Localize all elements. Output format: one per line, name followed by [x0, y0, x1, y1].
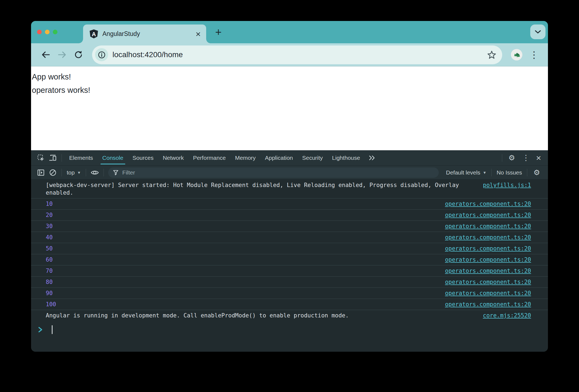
filter-funnel-icon: [112, 169, 119, 176]
console-row: 10operators.component.ts:20: [31, 198, 548, 210]
devtools-tab-application[interactable]: Application: [260, 150, 298, 165]
browser-window: A AngularStudy × +: [31, 21, 548, 352]
devtools-panel: ElementsConsoleSourcesNetworkPerformance…: [31, 150, 548, 352]
log-levels-selector[interactable]: Default levels▼: [444, 169, 489, 176]
more-tabs-button[interactable]: [365, 150, 379, 165]
chevron-down-icon: [534, 30, 541, 34]
forward-button[interactable]: [55, 48, 69, 62]
console-number-value: 40: [46, 234, 438, 241]
profile-avatar[interactable]: [511, 49, 522, 60]
devtools-tab-performance[interactable]: Performance: [188, 150, 230, 165]
console-number-value: 10: [46, 200, 438, 208]
console-number-value: 80: [46, 278, 438, 286]
console-log-message: Angular is running in development mode. …: [46, 312, 476, 319]
console-source-link[interactable]: operators.component.ts:20: [445, 256, 531, 264]
inspect-element-button[interactable]: [35, 150, 47, 165]
tab-search-button[interactable]: [530, 24, 546, 39]
console-source-link[interactable]: operators.component.ts:20: [445, 234, 531, 241]
devtools-settings-button[interactable]: ⚙: [505, 154, 519, 162]
console-sidebar-icon: [37, 169, 45, 176]
tab-close-icon[interactable]: ×: [196, 30, 201, 38]
url-text[interactable]: localhost:4200/home: [112, 50, 487, 59]
console-settings-button[interactable]: ⚙: [530, 168, 544, 177]
console-number-value: 100: [46, 301, 438, 308]
close-window-button[interactable]: [37, 30, 42, 34]
info-icon: [98, 51, 105, 59]
console-source-link[interactable]: operators.component.ts:20: [445, 278, 531, 286]
divider: [502, 154, 502, 162]
console-number-value: 20: [46, 211, 438, 219]
reload-button[interactable]: [71, 48, 86, 62]
devtools-tab-console[interactable]: Console: [98, 150, 128, 165]
devtools-tabs: ElementsConsoleSourcesNetworkPerformance…: [65, 150, 365, 165]
console-source-link[interactable]: operators.component.ts:20: [445, 245, 531, 252]
browser-menu-button[interactable]: ⋮: [525, 49, 541, 60]
device-toolbar-button[interactable]: [47, 150, 59, 165]
browser-tab[interactable]: A AngularStudy ×: [83, 24, 206, 43]
fullscreen-window-button[interactable]: [53, 30, 57, 34]
issues-counter[interactable]: No Issues: [494, 169, 524, 176]
live-expression-button[interactable]: [89, 169, 101, 176]
devtools-tab-network[interactable]: Network: [158, 150, 188, 165]
devtools-menu-button[interactable]: ⋮: [519, 153, 533, 162]
devtools-close-button[interactable]: ×: [533, 154, 545, 162]
console-source-link[interactable]: operators.component.ts:20: [445, 222, 531, 230]
console-log-message: [webpack-dev-server] Server started: Hot…: [46, 181, 476, 197]
divider: [86, 169, 86, 176]
eye-icon: [90, 169, 99, 176]
prompt-chevron-icon: [38, 327, 43, 333]
console-row: 20operators.component.ts:20: [31, 210, 548, 221]
console-source-link[interactable]: polyfills.js:1: [483, 181, 531, 189]
tab-strip: A AngularStudy × +: [31, 21, 548, 43]
angular-logo-icon: A: [90, 29, 98, 38]
avatar-origami-image: [511, 49, 522, 60]
devtools-tab-lighthouse[interactable]: Lighthouse: [327, 150, 365, 165]
console-source-link[interactable]: core.mjs:25520: [483, 312, 531, 319]
chevron-down-icon: ▼: [77, 170, 81, 175]
devtools-tab-elements[interactable]: Elements: [65, 150, 98, 165]
divider: [491, 169, 492, 176]
address-bar[interactable]: localhost:4200/home: [92, 45, 502, 64]
divider: [62, 154, 62, 162]
console-source-link[interactable]: operators.component.ts:20: [445, 289, 531, 297]
new-tab-button[interactable]: +: [213, 27, 224, 38]
site-info-button[interactable]: [95, 48, 108, 61]
console-sidebar-toggle-button[interactable]: [35, 169, 47, 176]
console-output: [webpack-dev-server] Server started: Hot…: [31, 180, 548, 352]
inspect-cursor-icon: [37, 154, 45, 162]
reload-icon: [74, 50, 83, 59]
console-row: 50operators.component.ts:20: [31, 243, 548, 254]
console-source-link[interactable]: operators.component.ts:20: [445, 301, 531, 308]
double-chevron-right-icon: [368, 155, 376, 161]
console-row: [webpack-dev-server] Server started: Hot…: [31, 180, 548, 198]
devtools-tab-memory[interactable]: Memory: [230, 150, 260, 165]
divider: [62, 169, 62, 176]
back-button[interactable]: [39, 48, 53, 62]
back-icon: [41, 51, 50, 59]
javascript-context-selector[interactable]: top▼: [65, 169, 83, 176]
minimize-window-button[interactable]: [45, 30, 50, 34]
console-row: 60operators.component.ts:20: [31, 254, 548, 265]
bookmark-star-button[interactable]: [487, 50, 496, 59]
console-filter-input[interactable]: Filter: [108, 167, 439, 178]
devtools-tab-sources[interactable]: Sources: [128, 150, 158, 165]
console-source-link[interactable]: operators.component.ts:20: [445, 211, 531, 219]
traffic-lights: [37, 30, 57, 34]
clear-console-button[interactable]: [47, 169, 59, 176]
page-content: App works! operators works!: [31, 66, 548, 150]
console-rows: [webpack-dev-server] Server started: Hot…: [31, 180, 548, 321]
console-source-link[interactable]: operators.component.ts:20: [445, 267, 531, 275]
text-cursor: [52, 325, 53, 334]
console-row: 30operators.component.ts:20: [31, 221, 548, 232]
devtools-tab-security[interactable]: Security: [297, 150, 327, 165]
tab-title: AngularStudy: [102, 30, 196, 38]
console-prompt[interactable]: [31, 321, 548, 335]
browser-toolbar: localhost:4200/home ⋮: [31, 43, 548, 66]
console-source-link[interactable]: operators.component.ts:20: [445, 200, 531, 208]
console-toolbar: top▼ Filter Default levels▼: [31, 166, 548, 180]
console-row: 100operators.component.ts:20: [31, 299, 548, 310]
divider: [527, 169, 527, 176]
console-number-value: 70: [46, 267, 438, 275]
console-row: 70operators.component.ts:20: [31, 265, 548, 277]
clear-console-icon: [49, 169, 57, 176]
